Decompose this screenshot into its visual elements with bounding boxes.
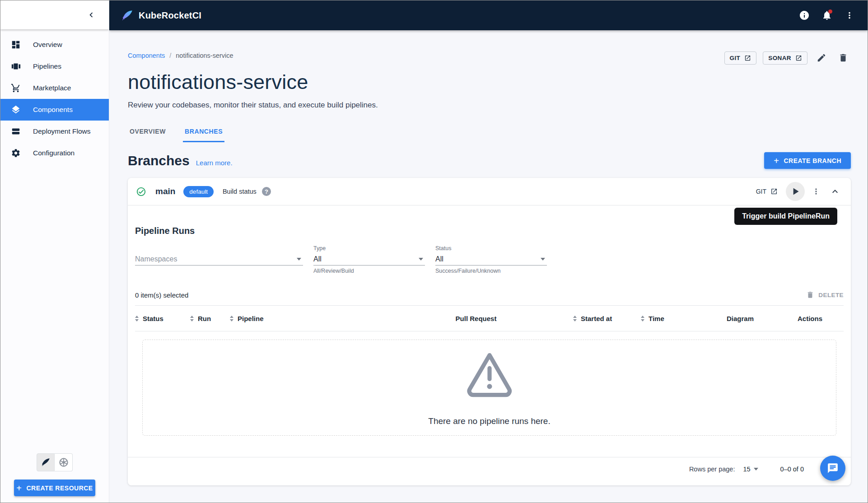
info-button[interactable]	[798, 9, 811, 22]
create-branch-button[interactable]: + CREATE BRANCH	[764, 152, 851, 169]
sidebar-item-marketplace[interactable]: Marketplace	[0, 77, 109, 99]
column-header-diagram: Diagram	[704, 315, 776, 322]
chat-icon	[827, 462, 839, 474]
view-toggle-group	[0, 453, 109, 471]
sidebar-item-configuration[interactable]: Configuration	[0, 142, 109, 164]
learn-more-link[interactable]: Learn more.	[196, 159, 233, 167]
dashboard-icon	[10, 39, 21, 50]
pagination: Rows per page: 15 0–0 of 0	[128, 457, 851, 481]
sort-icon[interactable]	[641, 316, 644, 321]
create-resource-button[interactable]: + CREATE RESOURCE	[14, 480, 95, 496]
sidebar-item-label: Pipelines	[33, 62, 61, 70]
column-header-time: Time	[641, 315, 704, 322]
topbar: KubeRocketCI	[109, 0, 868, 30]
column-header-pipeline: Pipeline	[230, 315, 379, 322]
sidebar-item-components[interactable]: Components	[0, 99, 109, 121]
dropdown-arrow-icon	[754, 468, 758, 470]
page-description: Review your codebases, monitor their sta…	[128, 101, 851, 110]
app-title: KubeRocketCI	[139, 10, 201, 21]
status-select[interactable]: Status All Success/Failure/Unknown	[435, 245, 547, 276]
delete-component-button[interactable]	[835, 50, 851, 65]
trigger-build-button[interactable]	[786, 182, 805, 201]
tab-overview[interactable]: OVERVIEW	[128, 122, 168, 142]
info-icon	[799, 10, 810, 21]
app-window: Overview Pipelines Marketplace Component…	[0, 0, 868, 503]
app-logo: KubeRocketCI	[121, 9, 201, 22]
collapse-branch-button[interactable]	[827, 184, 843, 199]
dropdown-arrow-icon	[419, 258, 423, 261]
sonar-button[interactable]: SONAR	[763, 51, 807, 65]
sort-icon[interactable]	[190, 316, 194, 321]
branch-name: main	[155, 186, 175, 196]
external-link-icon	[795, 55, 802, 61]
sidebar-item-pipelines[interactable]: Pipelines	[0, 56, 109, 77]
column-header-actions: Actions	[776, 315, 844, 322]
edit-component-button[interactable]	[814, 50, 829, 65]
git-button[interactable]: GIT	[724, 51, 757, 65]
sort-icon[interactable]	[573, 316, 577, 321]
empty-state: There are no pipeline runs here.	[142, 340, 836, 436]
chevron-left-icon	[86, 10, 96, 20]
column-header-pull-request: Pull Request	[379, 315, 573, 322]
play-icon	[789, 186, 801, 197]
branch-menu-button[interactable]	[808, 184, 824, 199]
pipelines-icon	[10, 61, 21, 72]
status-select-label: Status	[435, 245, 547, 253]
sidebar-item-overview[interactable]: Overview	[0, 34, 109, 56]
kuberocketci-view-toggle[interactable]	[37, 453, 55, 471]
stacked-bars-icon	[10, 126, 21, 137]
header-actions: GIT SONAR	[724, 50, 851, 65]
breadcrumb-separator: /	[169, 52, 171, 59]
selection-row: 0 item(s) selected DELETE	[135, 291, 844, 299]
tab-branches[interactable]: BRANCHES	[183, 122, 224, 142]
trash-icon	[806, 291, 814, 299]
sidebar-collapse-button[interactable]	[84, 7, 99, 23]
trash-icon	[838, 53, 848, 63]
breadcrumb-current: notifications-service	[176, 52, 233, 59]
sidebar-item-label: Marketplace	[33, 84, 71, 92]
type-select-value: All	[313, 255, 322, 263]
pipeline-runs-section: Pipeline Runs Namespaces Type All	[128, 205, 851, 457]
selected-count-text: 0 item(s) selected	[135, 291, 188, 299]
namespaces-placeholder: Namespaces	[135, 255, 177, 263]
delete-selected-button[interactable]: DELETE	[806, 291, 844, 299]
rows-per-page-select[interactable]: 15	[743, 466, 760, 473]
branch-git-link[interactable]: GIT	[756, 188, 778, 195]
help-icon[interactable]: ?	[262, 187, 271, 196]
check-circle-icon	[136, 186, 146, 197]
branch-row-main: main default Build status ? GIT	[128, 178, 851, 205]
breadcrumb-components-link[interactable]: Components	[128, 52, 165, 59]
sort-icon[interactable]	[230, 316, 233, 321]
dropdown-arrow-icon	[297, 258, 301, 261]
default-branch-chip: default	[183, 186, 214, 197]
type-select-helper: All/Review/Build	[313, 268, 425, 276]
empty-state-message: There are no pipeline runs here.	[428, 416, 550, 426]
filters-row: Namespaces Type All All/Review/Build	[135, 245, 844, 276]
external-link-icon	[770, 188, 778, 195]
card-footer: Rows per page: 15 0–0 of 0	[128, 457, 851, 485]
page-title: notifications-service	[128, 70, 851, 94]
sidebar-item-label: Configuration	[33, 149, 75, 157]
pipeline-runs-heading: Pipeline Runs	[135, 226, 844, 236]
sidebar-item-label: Overview	[33, 41, 62, 49]
topbar-actions	[798, 9, 856, 22]
more-menu-button[interactable]	[843, 9, 856, 22]
branches-section-header: Branches Learn more. + CREATE BRANCH	[128, 152, 851, 169]
type-select[interactable]: Type All All/Review/Build	[313, 245, 425, 276]
sidebar-item-label: Deployment Flows	[33, 127, 91, 135]
kebab-icon	[812, 187, 821, 196]
create-resource-label: CREATE RESOURCE	[26, 484, 93, 492]
branch-card: main default Build status ? GIT	[128, 178, 851, 485]
sidebar-item-deployment-flows[interactable]: Deployment Flows	[0, 121, 109, 142]
chat-fab-button[interactable]	[820, 456, 845, 481]
namespaces-select[interactable]: Namespaces	[135, 245, 303, 276]
column-header-run: Run	[190, 315, 230, 322]
create-branch-label: CREATE BRANCH	[784, 157, 841, 164]
sort-icon[interactable]	[135, 316, 139, 321]
kubernetes-view-toggle[interactable]	[55, 453, 73, 471]
notifications-button[interactable]	[821, 9, 833, 22]
column-header-status: Status	[135, 315, 190, 322]
branches-heading: Branches	[128, 153, 190, 168]
status-select-value: All	[435, 255, 443, 263]
sidebar-nav: Overview Pipelines Marketplace Component…	[0, 29, 109, 164]
